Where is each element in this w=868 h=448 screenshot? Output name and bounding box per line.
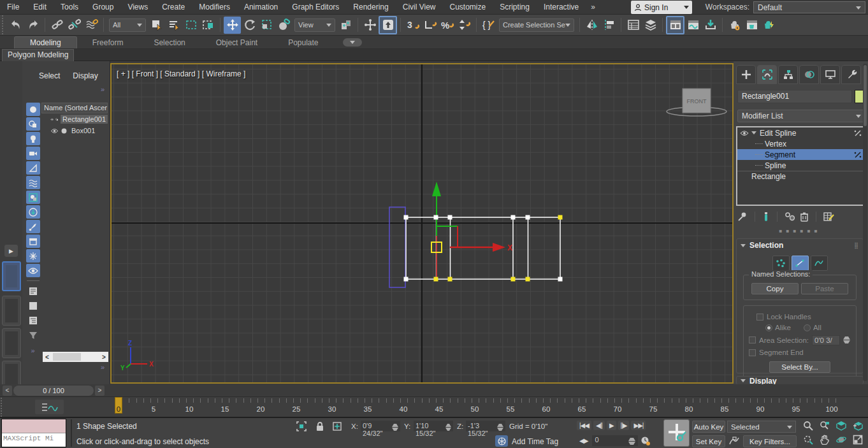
selection-rollout-header[interactable]: Selection ⣿ bbox=[737, 239, 863, 252]
explorer-horizontal-scrollbar[interactable]: < > bbox=[43, 352, 108, 362]
tab-display[interactable] bbox=[820, 65, 840, 84]
x-coord-field[interactable]: 0'9 24/32" bbox=[361, 421, 400, 431]
trackbar-drag-handle[interactable] bbox=[0, 397, 3, 418]
time-slider-prev-button[interactable]: < bbox=[3, 386, 12, 396]
move-gizmo[interactable]: X bbox=[431, 182, 512, 278]
menu-graph-editors[interactable]: Graph Editors bbox=[285, 0, 346, 15]
ribbon-tab-modeling[interactable]: Modeling bbox=[14, 36, 77, 48]
menu-civil-view[interactable]: Civil View bbox=[396, 0, 443, 15]
viewport-layout-tab-2[interactable] bbox=[2, 296, 21, 326]
time-slider-next-button[interactable]: > bbox=[95, 386, 105, 396]
previous-frame-button[interactable]: ◀|| bbox=[593, 421, 605, 430]
rectangular-selection-region-button[interactable] bbox=[182, 17, 199, 34]
rollout-drag-separator[interactable]: ■ ■ ■ ■ ■ ■ bbox=[734, 228, 864, 234]
angle-snap-toggle-button[interactable] bbox=[421, 17, 438, 34]
stack-subobject-segment[interactable]: Segment bbox=[737, 149, 864, 160]
explorer-hierarchy-view-icon[interactable] bbox=[26, 314, 40, 327]
rendered-frame-window-button[interactable] bbox=[743, 17, 760, 34]
column-header-name[interactable]: Name (Sorted Ascend bbox=[41, 103, 108, 113]
zoom-all-icon[interactable] bbox=[817, 419, 832, 432]
spinner-arrows[interactable] bbox=[497, 422, 503, 430]
stack-state-icon[interactable] bbox=[853, 129, 862, 137]
select-by-button[interactable]: Select By... bbox=[769, 361, 830, 373]
viewport-layout-tab-3[interactable] bbox=[2, 328, 21, 358]
orbit-icon[interactable] bbox=[834, 433, 849, 446]
spline-vertices[interactable] bbox=[404, 215, 563, 282]
modifier-list-dropdown[interactable]: Modifier List bbox=[737, 110, 865, 122]
filter-helpers-icon[interactable] bbox=[26, 161, 40, 175]
menu-views[interactable]: Views bbox=[120, 0, 155, 15]
filter-groups-icon[interactable] bbox=[26, 191, 40, 204]
menu-group[interactable]: Group bbox=[85, 0, 120, 15]
list-item-box001[interactable]: Box001 bbox=[41, 125, 108, 136]
stack-item-edit-spline[interactable]: Edit Spline bbox=[737, 127, 864, 138]
command-panel-scrollbar[interactable] bbox=[863, 64, 867, 381]
spinner-arrows[interactable] bbox=[445, 422, 451, 430]
visibility-eye-icon[interactable] bbox=[740, 130, 749, 136]
filter-lights-icon[interactable] bbox=[26, 132, 40, 145]
maxscript-input-pane[interactable]: MAXScript Mi bbox=[2, 433, 66, 447]
stack-base-rectangle[interactable]: Rectangle bbox=[737, 171, 864, 182]
zoom-extents-all-icon[interactable] bbox=[850, 419, 865, 432]
all-radio[interactable] bbox=[804, 324, 811, 331]
segment-end-checkbox[interactable] bbox=[749, 349, 756, 356]
gizmo-x-arrow[interactable] bbox=[493, 243, 505, 252]
viewport-label[interactable]: [ + ] [ Front ] [ Standard ] [ Wireframe… bbox=[117, 69, 245, 78]
zoom-region-icon[interactable] bbox=[800, 433, 816, 446]
undo-button[interactable] bbox=[7, 17, 24, 34]
isolate-selection-icon[interactable] bbox=[295, 421, 308, 432]
tab-modify[interactable] bbox=[757, 65, 777, 84]
filter-overflow-chevron[interactable]: » bbox=[31, 347, 34, 354]
maximize-viewport-toggle-icon[interactable] bbox=[850, 433, 865, 446]
area-selection-checkbox[interactable] bbox=[749, 336, 756, 343]
configure-modifier-sets-icon[interactable] bbox=[823, 212, 834, 222]
menu-modifiers[interactable]: Modifiers bbox=[192, 0, 237, 15]
menu-edit[interactable]: Edit bbox=[26, 0, 54, 15]
explorer-filter-icon[interactable] bbox=[26, 328, 40, 342]
spinner-arrows[interactable] bbox=[628, 436, 635, 445]
time-slider[interactable]: 0 / 100 bbox=[13, 386, 94, 396]
ribbon-tab-freeform[interactable]: Freeform bbox=[77, 37, 139, 48]
absolute-offset-toggle-icon[interactable] bbox=[331, 421, 344, 432]
select-and-scale-button[interactable] bbox=[258, 17, 275, 34]
reference-coordinate-system-dropdown[interactable]: View bbox=[294, 18, 335, 32]
viewcube[interactable]: FRONT bbox=[667, 89, 727, 116]
zoom-extents-icon[interactable] bbox=[834, 419, 849, 432]
window-crossing-toggle-button[interactable] bbox=[199, 17, 217, 34]
tab-create[interactable] bbox=[736, 65, 756, 84]
maxscript-macro-pane[interactable] bbox=[2, 419, 66, 433]
filter-containers-icon[interactable] bbox=[26, 235, 40, 248]
gizmo-y-arrow[interactable] bbox=[432, 182, 441, 196]
edit-named-selection-sets-button[interactable]: { } bbox=[480, 17, 497, 34]
redo-button[interactable] bbox=[24, 17, 41, 34]
spinner-snap-toggle-button[interactable] bbox=[456, 17, 473, 34]
percent-snap-toggle-button[interactable]: % bbox=[438, 17, 456, 34]
use-pivot-point-center-button[interactable] bbox=[337, 17, 354, 34]
filter-cameras-icon[interactable] bbox=[26, 147, 40, 160]
paste-button[interactable]: Paste bbox=[801, 283, 848, 294]
viewport-layout-tab-1[interactable] bbox=[2, 261, 21, 291]
toggle-scene-explorer-button[interactable] bbox=[625, 17, 642, 34]
tab-display[interactable]: Display bbox=[68, 70, 103, 82]
spinner-arrows[interactable] bbox=[392, 422, 398, 430]
y-coord-field[interactable]: 1'10 15/32" bbox=[414, 421, 453, 431]
tab-select[interactable]: Select bbox=[34, 70, 65, 82]
area-threshold-field[interactable]: 0'0 3/ bbox=[812, 335, 840, 345]
curve-editor-button[interactable] bbox=[666, 16, 684, 34]
add-time-tag-label[interactable]: Add Time Tag bbox=[512, 437, 558, 446]
toolbar-drag-handle[interactable] bbox=[1, 15, 4, 35]
box001-wireframe[interactable] bbox=[389, 207, 405, 287]
object-name-field[interactable]: Rectangle001 bbox=[737, 90, 852, 103]
auto-key-button[interactable]: Auto Key bbox=[692, 421, 725, 433]
filter-bones-icon[interactable] bbox=[26, 220, 40, 233]
filter-frozen-icon[interactable] bbox=[26, 249, 40, 263]
unlink-selection-icon[interactable] bbox=[66, 17, 83, 34]
workspace-dropdown[interactable]: Default bbox=[753, 1, 865, 13]
named-selection-sets-dropdown[interactable]: Create Selection Se bbox=[499, 18, 574, 32]
visibility-eye-icon[interactable] bbox=[50, 128, 59, 134]
go-to-start-button[interactable]: |◀◀ bbox=[577, 421, 591, 430]
menu-overflow-chevron[interactable]: » bbox=[586, 3, 600, 11]
explorer-bottom-overflow-chevron[interactable]: » bbox=[101, 363, 105, 371]
list-item-rectangle001[interactable]: Rectangle001 bbox=[41, 113, 108, 125]
segment-mode-button[interactable] bbox=[792, 256, 809, 271]
